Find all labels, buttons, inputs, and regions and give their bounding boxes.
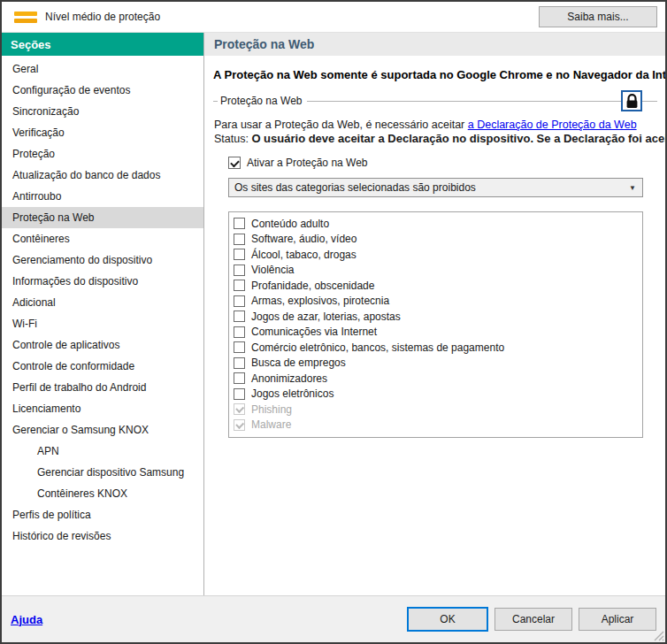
policy-settings-window: Nível médio de proteção Saiba mais... Se…: [0, 0, 667, 644]
sidebar-item-controle-de-aplicativos[interactable]: Controle de aplicativos: [2, 334, 203, 356]
category-row-phishing: Phishing: [234, 402, 642, 418]
checkbox[interactable]: [234, 372, 245, 384]
content-body: A Proteção na Web somente é suportada no…: [204, 56, 665, 595]
sidebar-item-apn[interactable]: APN: [2, 441, 203, 462]
category-row-alcool-tabaco-drogas[interactable]: Álcool, tabaco, drogas: [234, 247, 642, 263]
sidebar-item-verificacao[interactable]: Verificação: [2, 122, 203, 143]
category-row-busca-de-empregos[interactable]: Busca de empregos: [234, 356, 642, 372]
sections-sidebar: Seções Geral Configuração de eventos Sin…: [2, 33, 204, 595]
sidebar-item-adicional[interactable]: Adicional: [2, 292, 203, 313]
checkbox[interactable]: [234, 357, 245, 369]
category-label: Comércio eletrônico, bancos, sistemas de…: [251, 341, 504, 354]
checkbox[interactable]: [234, 264, 245, 276]
web-protection-statement-link[interactable]: a Declaração de Proteção da Web: [468, 119, 637, 131]
category-label: Busca de empregos: [251, 356, 346, 369]
support-note: A Proteção na Web somente é suportada no…: [213, 68, 665, 82]
chevron-down-icon: ▼: [623, 184, 642, 192]
protection-level-label: Nível médio de proteção: [45, 11, 160, 23]
enable-web-protection-row[interactable]: Ativar a Proteção na Web: [228, 157, 665, 169]
checkbox[interactable]: [234, 388, 245, 400]
learn-more-button[interactable]: Saiba mais...: [539, 6, 657, 27]
category-label: Jogos de azar, loterias, apostas: [251, 310, 401, 323]
checkbox[interactable]: [234, 234, 245, 245]
category-label: Álcool, tabaco, drogas: [251, 249, 356, 261]
content-panel: Proteção na Web A Proteção na Web soment…: [204, 33, 665, 595]
category-list: Conteúdo adulto Software, áudio, vídeo Á…: [228, 211, 643, 438]
sidebar-item-conteineres[interactable]: Contêineres: [2, 228, 203, 249]
sidebar-item-gerenciar-dispositivo-samsung[interactable]: Gerenciar dispositivo Samsung: [2, 462, 203, 483]
checkbox[interactable]: [234, 218, 245, 229]
sidebar-item-wi-fi[interactable]: Wi-Fi: [2, 313, 203, 334]
window-body: Seções Geral Configuração de eventos Sin…: [2, 33, 665, 595]
sidebar-item-historico-de-revisoes[interactable]: Histórico de revisões: [2, 525, 203, 547]
protection-level-icon: [14, 11, 37, 24]
category-label: Software, áudio, vídeo: [251, 233, 356, 245]
sidebar-item-configuracao-de-eventos[interactable]: Configuração de eventos: [2, 80, 203, 101]
sidebar-item-protecao-na-web[interactable]: Proteção na Web: [2, 207, 203, 228]
enable-web-protection-label: Ativar a Proteção na Web: [247, 157, 368, 169]
checkbox-disabled: [234, 419, 245, 431]
status-label: Status:: [214, 133, 251, 145]
cancel-button[interactable]: Cancelar: [494, 608, 572, 631]
checkbox[interactable]: [234, 280, 245, 291]
statement-text: Para usar a Proteção da Web, é necessári…: [214, 119, 468, 131]
category-row-armas-explosivos-pirotecnia[interactable]: Armas, explosivos, pirotecnia: [234, 294, 642, 310]
ok-button[interactable]: OK: [407, 607, 488, 632]
category-row-comunicacoes-via-internet[interactable]: Comunicações via Internet: [234, 325, 642, 341]
footer-bar: Ajuda OK Cancelar Aplicar: [2, 595, 665, 642]
site-category-mode-dropdown[interactable]: Os sites das categorias selecionadas são…: [228, 178, 643, 197]
checkbox-disabled: [234, 403, 245, 415]
category-label: Armas, explosivos, pirotecnia: [251, 295, 389, 307]
apply-button[interactable]: Aplicar: [579, 608, 656, 631]
page-title: Proteção na Web: [204, 33, 665, 56]
sidebar-item-geral[interactable]: Geral: [2, 58, 203, 80]
category-label: Anonimizadores: [251, 372, 327, 385]
groupbox-label: Proteção na Web: [218, 95, 307, 107]
checkbox[interactable]: [234, 310, 245, 322]
sidebar-item-gerenciamento-do-dispositivo[interactable]: Gerenciamento do dispositivo: [2, 249, 203, 271]
sidebar-item-atualizacao-do-banco-de-dados[interactable]: Atualização do banco de dados: [2, 165, 203, 186]
category-label: Profanidade, obscenidade: [251, 280, 374, 292]
sidebar-item-antirroubo[interactable]: Antirroubo: [2, 186, 203, 207]
status-message: O usuário deve aceitar a Declaração no d…: [251, 132, 665, 145]
category-row-jogos-eletronicos[interactable]: Jogos eletrônicos: [234, 387, 642, 402]
category-row-profanidade-obscenidade[interactable]: Profanidade, obscenidade: [234, 278, 642, 294]
resize-grip[interactable]: [653, 630, 664, 641]
sidebar-item-licenciamento[interactable]: Licenciamento: [2, 398, 203, 419]
category-label: Violência: [251, 264, 294, 276]
category-label: Malware: [251, 418, 291, 431]
web-protection-groupbox-header: Proteção na Web: [213, 89, 657, 112]
category-label: Comunicações via Internet: [251, 326, 377, 338]
checkbox[interactable]: [234, 295, 245, 307]
sidebar-item-conteineres-knox[interactable]: Contêineres KNOX: [2, 483, 203, 504]
sidebar-item-informacoes-do-dispositivo[interactable]: Informações do dispositivo: [2, 271, 203, 292]
checkbox[interactable]: [234, 341, 245, 353]
sidebar-item-perfis-de-politica[interactable]: Perfis de política: [2, 504, 203, 525]
enable-web-protection-checkbox[interactable]: [228, 157, 241, 169]
sidebar-item-perfil-de-trabalho-do-android[interactable]: Perfil de trabalho do Android: [2, 377, 203, 398]
category-label: Jogos eletrônicos: [251, 387, 334, 400]
title-bar: Nível médio de proteção Saiba mais...: [2, 2, 665, 33]
checkbox[interactable]: [234, 326, 245, 338]
dropdown-selected-value: Os sites das categorias selecionadas são…: [234, 181, 623, 194]
category-row-conteudo-adulto[interactable]: Conteúdo adulto: [234, 216, 642, 232]
lock-button[interactable]: [621, 90, 642, 111]
category-row-comercio-eletronico[interactable]: Comércio eletrônico, bancos, sistemas de…: [234, 340, 642, 356]
sidebar-item-controle-de-conformidade[interactable]: Controle de conformidade: [2, 356, 203, 377]
sidebar-item-sincronizacao[interactable]: Sincronização: [2, 101, 203, 122]
category-label: Phishing: [251, 403, 292, 416]
lock-icon: [625, 94, 639, 109]
sidebar-item-protecao[interactable]: Proteção: [2, 143, 203, 165]
sidebar-item-gerenciar-o-samsung-knox[interactable]: Gerenciar o Samsung KNOX: [2, 419, 203, 441]
category-row-violencia[interactable]: Violência: [234, 263, 642, 279]
checkbox[interactable]: [234, 249, 245, 260]
status-line: Status: O usuário deve aceitar a Declara…: [214, 132, 665, 146]
category-row-jogos-de-azar-loterias-apostas[interactable]: Jogos de azar, loterias, apostas: [234, 309, 642, 325]
sidebar-list: Geral Configuração de eventos Sincroniza…: [2, 56, 203, 547]
category-row-anonimizadores[interactable]: Anonimizadores: [234, 371, 642, 387]
statement-line: Para usar a Proteção da Web, é necessári…: [214, 118, 665, 132]
category-row-software-audio-video[interactable]: Software, áudio, vídeo: [234, 232, 642, 248]
category-row-malware: Malware: [234, 418, 642, 433]
category-label: Conteúdo adulto: [251, 218, 329, 230]
help-link[interactable]: Ajuda: [11, 613, 42, 626]
